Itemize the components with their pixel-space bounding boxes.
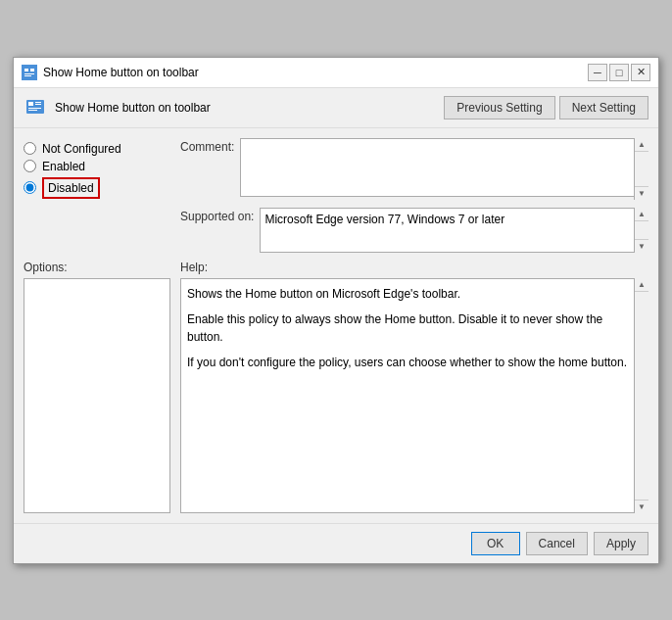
supported-scroll-track: [635, 221, 648, 239]
radio-enabled[interactable]: Enabled: [24, 160, 170, 173]
supported-label: Supported on:: [180, 208, 254, 223]
options-box[interactable]: [24, 278, 170, 513]
setting-icon: [24, 96, 47, 119]
radio-disabled[interactable]: Disabled: [24, 177, 170, 199]
help-paragraph: If you don't configure the policy, users…: [187, 354, 628, 371]
next-setting-button[interactable]: Next Setting: [559, 96, 648, 119]
svg-rect-6: [28, 102, 33, 106]
radio-enabled-label: Enabled: [42, 160, 85, 173]
svg-rect-10: [28, 110, 37, 111]
options-panel: Options:: [24, 261, 170, 513]
radio-enabled-input[interactable]: [24, 160, 36, 172]
supported-scroll-down[interactable]: ▼: [635, 239, 648, 253]
radio-not-configured-label: Not Configured: [42, 142, 121, 156]
right-panel: Comment: ▲ ▼ Supported on:: [180, 138, 648, 253]
left-panel: Not Configured Enabled Disabled: [24, 138, 170, 253]
scroll-track: [635, 152, 648, 186]
svg-rect-9: [28, 108, 41, 109]
help-text: Shows the Home button on Microsoft Edge'…: [187, 285, 628, 371]
help-paragraph: Enable this policy to always show the Ho…: [187, 310, 628, 346]
svg-rect-2: [30, 69, 34, 72]
scroll-down-arrow[interactable]: ▼: [635, 186, 648, 200]
supported-container: Microsoft Edge version 77, Windows 7 or …: [260, 208, 648, 253]
svg-rect-3: [24, 73, 34, 74]
scroll-up-arrow[interactable]: ▲: [635, 138, 648, 152]
svg-rect-0: [23, 67, 36, 78]
minimize-button[interactable]: ─: [588, 64, 607, 81]
supported-row: Supported on: Microsoft Edge version 77,…: [180, 208, 648, 253]
maximize-button[interactable]: □: [609, 64, 629, 81]
toolbar: Show Home button on toolbar Previous Set…: [14, 88, 658, 128]
help-scroll-track: [635, 292, 648, 500]
ok-button[interactable]: OK: [471, 532, 520, 555]
radio-disabled-label: Disabled: [42, 177, 100, 199]
window-icon: [22, 65, 37, 80]
close-button[interactable]: ✕: [631, 64, 650, 81]
svg-rect-4: [24, 75, 31, 76]
radio-not-configured-input[interactable]: [24, 142, 36, 155]
supported-value: Microsoft Edge version 77, Windows 7 or …: [260, 208, 648, 253]
bottom-section: Options: Help: Shows the Home button on …: [24, 261, 648, 513]
footer: OK Cancel Apply: [14, 523, 658, 563]
svg-rect-8: [35, 104, 41, 105]
apply-button[interactable]: Apply: [594, 532, 648, 555]
window-title: Show Home button on toolbar: [43, 66, 199, 79]
title-controls: ─ □ ✕: [588, 64, 650, 81]
content-area: Not Configured Enabled Disabled Comm: [14, 128, 658, 523]
svg-rect-7: [35, 102, 41, 103]
toolbar-title: Show Home button on toolbar: [55, 101, 436, 115]
previous-setting-button[interactable]: Previous Setting: [444, 96, 554, 119]
main-window: Show Home button on toolbar ─ □ ✕ Show H…: [13, 57, 659, 564]
options-header: Options:: [24, 261, 170, 274]
radio-not-configured[interactable]: Not Configured: [24, 142, 170, 156]
help-scrollbar: ▲ ▼: [634, 278, 648, 513]
help-scroll-down[interactable]: ▼: [635, 500, 648, 513]
radio-disabled-input[interactable]: [24, 181, 36, 194]
supported-text: Microsoft Edge version 77, Windows 7 or …: [264, 213, 504, 226]
supported-scroll-up[interactable]: ▲: [635, 208, 648, 221]
cancel-button[interactable]: Cancel: [526, 532, 588, 555]
supported-scrollbar: ▲ ▼: [634, 208, 648, 253]
help-container: Shows the Home button on Microsoft Edge'…: [180, 278, 648, 513]
help-header: Help:: [180, 261, 648, 274]
help-panel: Help: Shows the Home button on Microsoft…: [180, 261, 648, 513]
comment-scrollbar: ▲ ▼: [634, 138, 648, 200]
title-bar-left: Show Home button on toolbar: [22, 65, 199, 80]
toolbar-buttons: Previous Setting Next Setting: [444, 96, 648, 119]
comment-textarea[interactable]: [240, 138, 648, 197]
help-box: Shows the Home button on Microsoft Edge'…: [180, 278, 648, 513]
help-paragraph: Shows the Home button on Microsoft Edge'…: [187, 285, 628, 303]
radio-group: Not Configured Enabled Disabled: [24, 142, 170, 199]
title-bar: Show Home button on toolbar ─ □ ✕: [14, 58, 658, 88]
comment-label: Comment:: [180, 138, 234, 154]
help-scroll-up[interactable]: ▲: [635, 278, 648, 292]
main-row: Not Configured Enabled Disabled Comm: [24, 138, 648, 253]
svg-rect-1: [24, 69, 28, 72]
comment-container: ▲ ▼: [240, 138, 648, 200]
comment-row: Comment: ▲ ▼: [180, 138, 648, 200]
